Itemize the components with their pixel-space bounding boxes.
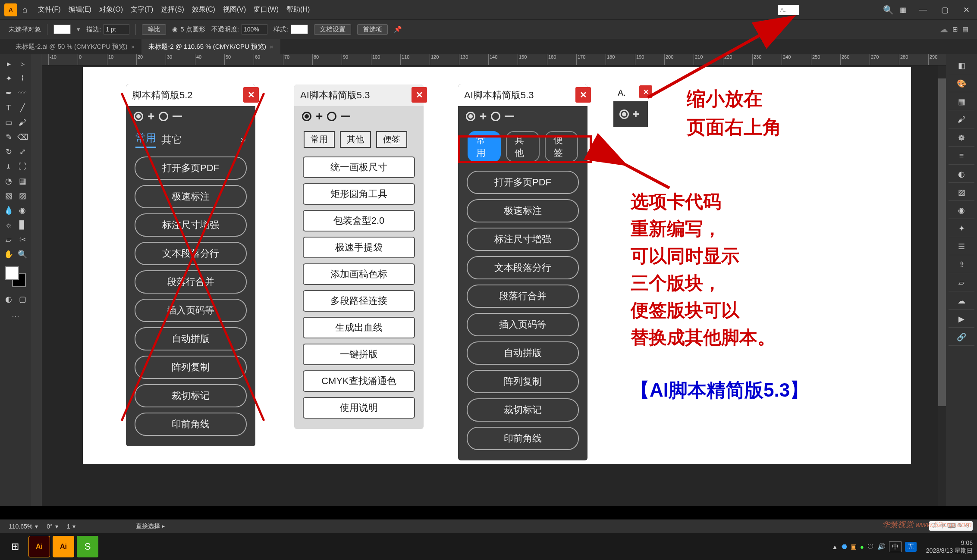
mesh-tool[interactable]: ▧ bbox=[2, 189, 16, 203]
free-transform-tool[interactable]: ⛶ bbox=[16, 160, 29, 173]
script-button[interactable]: 打开多页PDF bbox=[467, 171, 579, 194]
close-icon[interactable]: × bbox=[131, 43, 135, 50]
slice-tool[interactable]: ✂ bbox=[16, 233, 29, 247]
curvature-tool[interactable]: 〰 bbox=[16, 86, 29, 100]
script-button[interactable]: 极速标注 bbox=[467, 199, 579, 222]
tray-icon[interactable]: 🛡 bbox=[867, 543, 874, 551]
doc-settings-button[interactable]: 文档设置 bbox=[314, 24, 351, 35]
tab-other[interactable]: 其他 bbox=[340, 131, 371, 148]
arrange-docs-icon[interactable]: ▦ bbox=[900, 6, 906, 14]
script-button[interactable]: 文本段落分行 bbox=[135, 242, 247, 265]
start-button[interactable]: ⊞ bbox=[4, 536, 26, 557]
stroke-panel-icon[interactable]: ≡ bbox=[949, 147, 974, 165]
script-button[interactable]: 标注尺寸增强 bbox=[467, 228, 579, 251]
menu-edit[interactable]: 编辑(E) bbox=[69, 5, 91, 14]
script-button[interactable]: 自动拼版 bbox=[467, 341, 579, 365]
links-panel-icon[interactable]: 🔗 bbox=[949, 328, 974, 346]
scale-tool[interactable]: ⤢ bbox=[16, 145, 29, 159]
script-button[interactable]: 文本段落分行 bbox=[467, 256, 579, 279]
close-icon[interactable]: ✕ bbox=[575, 87, 591, 103]
transparency-panel-icon[interactable]: ▨ bbox=[949, 184, 974, 201]
script-button[interactable]: 阵列复制 bbox=[135, 356, 247, 379]
menu-type[interactable]: 文字(T) bbox=[131, 5, 153, 14]
script-thumbnail[interactable]: A.. bbox=[778, 5, 799, 15]
perspective-tool[interactable]: ▦ bbox=[16, 174, 29, 188]
lasso-tool[interactable]: ⌇ bbox=[16, 72, 29, 85]
menu-object[interactable]: 对象(O) bbox=[99, 5, 123, 14]
plus-icon[interactable]: + bbox=[480, 109, 487, 123]
blend-tool[interactable]: ◉ bbox=[16, 203, 29, 217]
panel-toggle-icon[interactable]: ⊞ bbox=[952, 25, 958, 33]
radio-off-icon[interactable] bbox=[327, 112, 336, 121]
zoom-tool[interactable]: 🔍 bbox=[16, 247, 29, 261]
prefs-button[interactable]: 首选项 bbox=[357, 24, 388, 35]
stroke-input[interactable] bbox=[104, 24, 129, 34]
chevron-icon[interactable]: » bbox=[241, 134, 246, 145]
type-tool[interactable]: T bbox=[2, 101, 16, 115]
eyedropper-tool[interactable]: 💧 bbox=[2, 203, 16, 217]
hand-tool[interactable]: ✋ bbox=[2, 247, 16, 261]
minimize-button[interactable]: — bbox=[917, 5, 930, 15]
radio-on-icon[interactable] bbox=[466, 112, 475, 121]
taskbar-ai-1[interactable]: Ai bbox=[28, 536, 50, 557]
uniform-toggle[interactable]: 等比 bbox=[142, 24, 166, 35]
script-button[interactable]: 添加画稿色标 bbox=[303, 263, 415, 285]
direct-select-tool[interactable]: ▹ bbox=[16, 57, 29, 71]
dash-icon[interactable] bbox=[505, 116, 514, 117]
radio-off-icon[interactable] bbox=[491, 112, 500, 121]
eraser-tool[interactable]: ⌫ bbox=[16, 130, 29, 144]
taskbar-ai-2[interactable]: Ai bbox=[53, 536, 74, 557]
script-button[interactable]: 标注尺寸增强 bbox=[135, 213, 247, 237]
symbols-panel-icon[interactable]: ☸ bbox=[949, 129, 974, 147]
script-button[interactable]: 阵列复制 bbox=[467, 370, 579, 393]
menu-select[interactable]: 选择(S) bbox=[161, 5, 184, 14]
line-tool[interactable]: ╱ bbox=[16, 101, 29, 115]
color-swatches[interactable] bbox=[5, 266, 26, 287]
menu-file[interactable]: 文件(F) bbox=[38, 5, 60, 14]
tab-other[interactable]: 其它 bbox=[161, 133, 182, 147]
script-button[interactable]: 段落行合并 bbox=[135, 270, 247, 294]
appearance-panel-icon[interactable]: ◉ bbox=[949, 202, 974, 219]
radio-on-icon[interactable] bbox=[302, 112, 311, 121]
width-tool[interactable]: ⫰ bbox=[2, 160, 16, 173]
tab-common[interactable]: 常用 bbox=[135, 131, 156, 148]
graphic-styles-panel-icon[interactable]: ✦ bbox=[949, 220, 974, 237]
symbol-tool[interactable]: ☼ bbox=[2, 218, 16, 232]
swatches-panel-icon[interactable]: ▦ bbox=[949, 93, 974, 110]
gradient-tool[interactable]: ▨ bbox=[16, 189, 29, 203]
script-button[interactable]: 使用说明 bbox=[303, 397, 415, 419]
dash-icon[interactable] bbox=[173, 116, 182, 117]
draw-mode-icon[interactable]: ◐ bbox=[2, 292, 16, 306]
magic-wand-tool[interactable]: ✦ bbox=[2, 72, 16, 85]
pen-tool[interactable]: ✒ bbox=[2, 86, 16, 100]
brushes-panel-icon[interactable]: 🖌 bbox=[949, 111, 974, 128]
script-button[interactable]: 裁切标记 bbox=[467, 398, 579, 422]
menu-help[interactable]: 帮助(H) bbox=[286, 5, 310, 14]
maximize-button[interactable]: ▢ bbox=[938, 5, 951, 15]
tab-common[interactable]: 常用 bbox=[304, 131, 335, 148]
menu-view[interactable]: 视图(V) bbox=[223, 5, 246, 14]
menu-window[interactable]: 窗口(W) bbox=[254, 5, 279, 14]
close-icon[interactable]: ✕ bbox=[243, 87, 259, 103]
tab-note[interactable]: 便签 bbox=[376, 131, 407, 148]
rotate-tool[interactable]: ↻ bbox=[2, 145, 16, 159]
script-button[interactable]: 统一画板尺寸 bbox=[303, 156, 415, 178]
properties-panel-icon[interactable]: ◧ bbox=[949, 57, 974, 74]
clock[interactable]: 9:06 2023/8/13 星期日 bbox=[926, 539, 973, 554]
script-button[interactable]: 自动拼版 bbox=[135, 327, 247, 350]
fill-color[interactable] bbox=[5, 266, 19, 280]
selection-tool[interactable]: ▸ bbox=[2, 57, 16, 71]
corner-icon[interactable]: ◉ bbox=[172, 25, 178, 33]
rect-tool[interactable]: ▭ bbox=[2, 116, 16, 129]
artboard-nav[interactable]: 1 bbox=[67, 523, 70, 530]
tray-icon-badge[interactable]: 五 bbox=[905, 542, 917, 552]
script-button[interactable]: 生成出血线 bbox=[303, 317, 415, 338]
scrollbar-v[interactable] bbox=[938, 66, 946, 506]
plus-icon[interactable]: + bbox=[316, 109, 323, 123]
graph-tool[interactable]: ▊ bbox=[16, 218, 29, 232]
script-button[interactable]: 插入页码等 bbox=[467, 313, 579, 336]
edit-toolbar-icon[interactable]: ⋯ bbox=[9, 310, 22, 323]
brush-tool[interactable]: 🖌 bbox=[16, 116, 29, 129]
shaper-tool[interactable]: ✎ bbox=[2, 130, 16, 144]
libraries-panel-icon[interactable]: ☁ bbox=[949, 292, 974, 310]
